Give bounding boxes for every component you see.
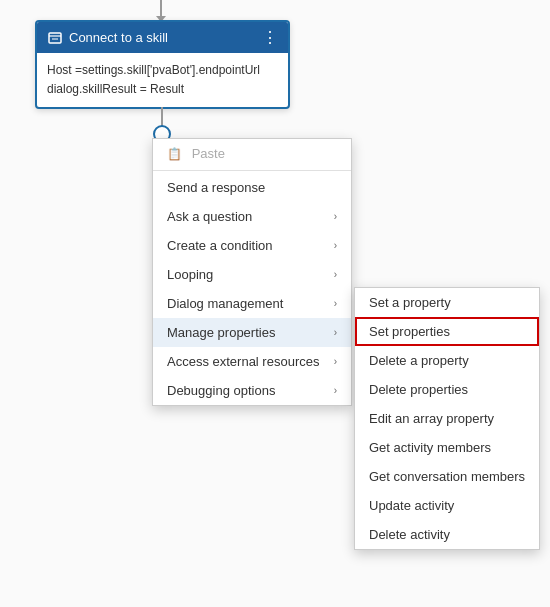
menu-item-debugging[interactable]: Debugging options › (153, 376, 351, 405)
menu-separator-1 (153, 170, 351, 171)
node-header: Connect to a skill ⋮ (37, 22, 288, 53)
menu-item-create-condition[interactable]: Create a condition › (153, 231, 351, 260)
create-condition-chevron: › (334, 240, 337, 251)
looping-chevron: › (334, 269, 337, 280)
ask-question-chevron: › (334, 211, 337, 222)
node-header-left: Connect to a skill (47, 30, 168, 46)
node-more-menu-icon[interactable]: ⋮ (262, 28, 278, 47)
submenu-edit-array-label: Edit an array property (369, 411, 494, 426)
menu-debugging-label: Debugging options (167, 383, 275, 398)
submenu-item-get-activity-members[interactable]: Get activity members (355, 433, 539, 462)
menu-item-dialog-management[interactable]: Dialog management › (153, 289, 351, 318)
menu-dialog-management-label: Dialog management (167, 296, 283, 311)
node-line2: dialog.skillResult = Result (47, 80, 278, 99)
submenu-update-activity-label: Update activity (369, 498, 454, 513)
menu-access-external-label: Access external resources (167, 354, 319, 369)
submenu-delete-activity-label: Delete activity (369, 527, 450, 542)
submenu-item-update-activity[interactable]: Update activity (355, 491, 539, 520)
node-card: Connect to a skill ⋮ Host =settings.skil… (35, 20, 290, 109)
menu-send-response-label: Send a response (167, 180, 265, 195)
menu-looping-label: Looping (167, 267, 213, 282)
canvas: Connect to a skill ⋮ Host =settings.skil… (0, 0, 550, 607)
submenu-manage-properties: Set a property Set properties Delete a p… (354, 287, 540, 550)
submenu-set-property-label: Set a property (369, 295, 451, 310)
dialog-management-chevron: › (334, 298, 337, 309)
menu-item-looping[interactable]: Looping › (153, 260, 351, 289)
submenu-get-activity-members-label: Get activity members (369, 440, 491, 455)
node-body: Host =settings.skill['pvaBot'].endpointU… (37, 53, 288, 107)
submenu-get-conversation-members-label: Get conversation members (369, 469, 525, 484)
menu-create-condition-label: Create a condition (167, 238, 273, 253)
manage-properties-chevron: › (334, 327, 337, 338)
svg-rect-0 (49, 33, 61, 43)
menu-item-access-external[interactable]: Access external resources › (153, 347, 351, 376)
menu-item-paste[interactable]: 📋 Paste (153, 139, 351, 168)
submenu-item-edit-array[interactable]: Edit an array property (355, 404, 539, 433)
submenu-delete-properties-label: Delete properties (369, 382, 468, 397)
debugging-chevron: › (334, 385, 337, 396)
submenu-set-properties-label: Set properties (369, 324, 450, 339)
menu-item-ask-question[interactable]: Ask a question › (153, 202, 351, 231)
submenu-delete-property-label: Delete a property (369, 353, 469, 368)
menu-ask-question-label: Ask a question (167, 209, 252, 224)
menu-paste-label: Paste (192, 146, 225, 161)
node-line1: Host =settings.skill['pvaBot'].endpointU… (47, 61, 278, 80)
submenu-item-get-conversation-members[interactable]: Get conversation members (355, 462, 539, 491)
context-menu: 📋 Paste Send a response Ask a question ›… (152, 138, 352, 406)
submenu-item-delete-properties[interactable]: Delete properties (355, 375, 539, 404)
skill-icon (47, 30, 63, 46)
menu-item-manage-properties[interactable]: Manage properties › (153, 318, 351, 347)
menu-item-send-response[interactable]: Send a response (153, 173, 351, 202)
submenu-item-delete-property[interactable]: Delete a property (355, 346, 539, 375)
access-external-chevron: › (334, 356, 337, 367)
node-title: Connect to a skill (69, 30, 168, 45)
submenu-item-delete-activity[interactable]: Delete activity (355, 520, 539, 549)
submenu-item-set-property[interactable]: Set a property (355, 288, 539, 317)
submenu-item-set-properties[interactable]: Set properties (355, 317, 539, 346)
menu-manage-properties-label: Manage properties (167, 325, 275, 340)
connector-mid-line (161, 107, 163, 127)
paste-icon: 📋 (167, 147, 182, 161)
